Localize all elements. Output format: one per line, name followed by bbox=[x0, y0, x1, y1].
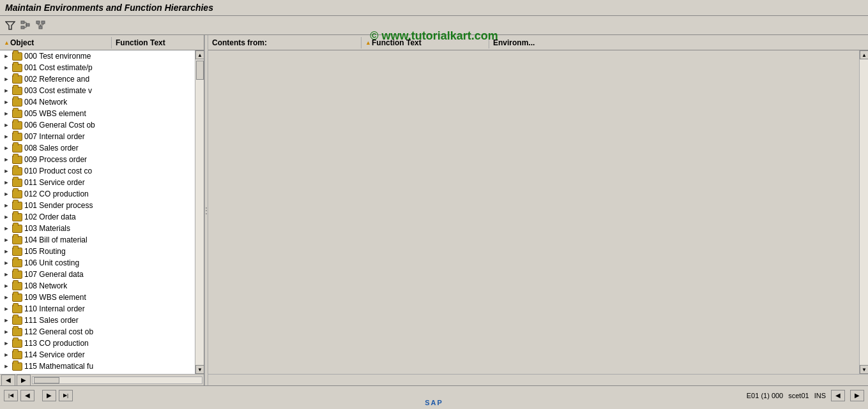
folder-icon-107 bbox=[12, 271, 22, 279]
tree-item-003[interactable]: ► 003 Cost estimate v bbox=[0, 85, 195, 96]
tree-item-114[interactable]: ► 114 Service order bbox=[0, 349, 195, 361]
tree-item-113[interactable]: ► 113 CO production bbox=[0, 338, 195, 349]
folder-icon-109 bbox=[12, 294, 22, 302]
left-panel-inner: ► 000 Test environme ► 001 Cost estimate… bbox=[0, 50, 204, 374]
tree-arrow-107: ► bbox=[3, 271, 10, 278]
status-arrow-right[interactable]: ▶ bbox=[850, 390, 864, 401]
tree-item-115[interactable]: ► 115 Mathematical fu bbox=[0, 361, 195, 372]
tree-item-108[interactable]: ► 108 Network bbox=[0, 280, 195, 292]
tree-arrow-103: ► bbox=[3, 225, 10, 232]
hierarchy2-icon[interactable] bbox=[34, 19, 47, 32]
tree-item-012[interactable]: ► 012 CO production bbox=[0, 188, 195, 200]
session-info: E01 (1) 000 bbox=[747, 392, 783, 399]
tree-arrow-114: ► bbox=[3, 351, 10, 359]
svg-rect-3 bbox=[26, 24, 29, 26]
tree-scroll-wrapper: ► 000 Test environme ► 001 Cost estimate… bbox=[0, 50, 195, 374]
first-page-btn[interactable]: |◀ bbox=[4, 390, 18, 401]
tree-item-011[interactable]: ► 011 Service order bbox=[0, 177, 195, 188]
item-label-106: 106 Unit costing bbox=[24, 258, 79, 267]
right-scroll-down-btn[interactable]: ▼ bbox=[860, 365, 868, 374]
tree-arrow-111: ► bbox=[3, 316, 10, 324]
folder-icon-115 bbox=[12, 362, 22, 371]
right-hscrollbar[interactable] bbox=[208, 374, 868, 385]
tree-item-007[interactable]: ► 007 Internal order bbox=[0, 131, 195, 142]
tree-item-102[interactable]: ► 102 Order data bbox=[0, 211, 195, 223]
right-scroll-up-btn[interactable]: ▲ bbox=[860, 50, 868, 59]
folder-icon-112 bbox=[12, 328, 22, 336]
item-label-003: 003 Cost estimate v bbox=[24, 86, 92, 95]
tree-item-103[interactable]: ► 103 Materials bbox=[0, 223, 195, 234]
tree-item-112[interactable]: ► 112 General cost ob bbox=[0, 326, 195, 338]
item-label-012: 012 CO production bbox=[24, 190, 89, 198]
tree-item-109[interactable]: ► 109 WBS element bbox=[0, 292, 195, 303]
tree-item-105[interactable]: ► 105 Routing bbox=[0, 246, 195, 257]
tree-item-107[interactable]: ► 107 General data bbox=[0, 269, 195, 280]
tree-item-008[interactable]: ► 008 Sales order bbox=[0, 142, 195, 154]
scroll-left-btn[interactable]: ◀ bbox=[1, 375, 15, 386]
svg-rect-9 bbox=[42, 21, 45, 24]
scroll-down-btn[interactable]: ▼ bbox=[195, 365, 204, 374]
col-object-header[interactable]: ▲ Object bbox=[0, 37, 112, 48]
folder-icon-111 bbox=[12, 316, 22, 325]
left-panel: ▲ Object Function Text ► 000 Test enviro… bbox=[0, 35, 204, 385]
folder-icon-106 bbox=[12, 259, 22, 267]
status-bar: |◀ ◀ ▶ ▶| SAP E01 (1) 000 scet01 INS ◀ ▶ bbox=[0, 385, 868, 405]
tree-item-111[interactable]: ► 111 Sales order bbox=[0, 315, 195, 326]
scroll-right-btn[interactable]: ▶ bbox=[17, 375, 31, 386]
folder-icon-012 bbox=[12, 190, 22, 198]
right-scrollbar[interactable]: ▲ ▼ bbox=[859, 50, 868, 374]
item-label-115: 115 Mathematical fu bbox=[24, 362, 93, 371]
scroll-thumb[interactable] bbox=[196, 61, 204, 80]
tree-arrow-012: ► bbox=[3, 190, 10, 198]
tree-item-000[interactable]: ► 000 Test environme bbox=[0, 50, 195, 62]
tree-arrow-110: ► bbox=[3, 305, 10, 313]
folder-icon-103 bbox=[12, 225, 22, 233]
last-page-btn[interactable]: ▶| bbox=[59, 390, 73, 401]
left-hscrollbar[interactable]: ◀ ▶ bbox=[0, 374, 204, 385]
main-content: ▲ Object Function Text ► 000 Test enviro… bbox=[0, 35, 868, 385]
right-panel-header: Contents from: ▲ Function Text Environm.… bbox=[208, 35, 868, 50]
tree-arrow-101: ► bbox=[3, 202, 10, 209]
tree-container[interactable]: ► 000 Test environme ► 001 Cost estimate… bbox=[0, 50, 195, 374]
col-function-header[interactable]: Function Text bbox=[112, 37, 204, 48]
item-label-107: 107 General data bbox=[24, 270, 84, 279]
prev-btn[interactable]: ◀ bbox=[20, 390, 34, 401]
folder-icon-002 bbox=[12, 75, 22, 84]
tree-item-004[interactable]: ► 004 Network bbox=[0, 96, 195, 108]
folder-icon-001 bbox=[12, 64, 22, 72]
h-scroll-thumb[interactable] bbox=[34, 377, 59, 383]
col-function-right-header: ▲ Function Text bbox=[362, 37, 489, 48]
right-scroll-track[interactable] bbox=[860, 59, 868, 365]
h-scroll-track[interactable] bbox=[32, 376, 202, 384]
left-panel-header: ▲ Object Function Text bbox=[0, 35, 204, 50]
tree-item-005[interactable]: ► 005 WBS element bbox=[0, 108, 195, 119]
sort-icon-object: ▲ bbox=[4, 40, 9, 46]
folder-icon-102 bbox=[12, 213, 22, 221]
col-environ-header: Environm... bbox=[489, 37, 859, 48]
tree-arrow-109: ► bbox=[3, 294, 10, 301]
item-label-007: 007 Internal order bbox=[24, 132, 85, 141]
item-label-111: 111 Sales order bbox=[24, 316, 79, 325]
tree-item-104[interactable]: ► 104 Bill of material bbox=[0, 234, 195, 246]
tree-arrow-102: ► bbox=[3, 213, 10, 221]
tree-item-006[interactable]: ► 006 General Cost ob bbox=[0, 119, 195, 131]
tree-item-001[interactable]: ► 001 Cost estimate/p bbox=[0, 62, 195, 73]
item-label-000: 000 Test environme bbox=[24, 52, 91, 61]
scroll-up-btn[interactable]: ▲ bbox=[195, 50, 204, 59]
svg-rect-10 bbox=[39, 26, 42, 29]
next-btn[interactable]: ▶ bbox=[42, 390, 56, 401]
client-info: scet01 bbox=[788, 392, 809, 399]
folder-icon-105 bbox=[12, 248, 22, 256]
tree-item-009[interactable]: ► 009 Process order bbox=[0, 154, 195, 165]
tree-item-110[interactable]: ► 110 Internal order bbox=[0, 303, 195, 315]
status-arrow-left[interactable]: ◀ bbox=[831, 390, 845, 401]
tree-arrow-002: ► bbox=[3, 75, 10, 83]
bottom-left: |◀ ◀ ▶ ▶| bbox=[4, 390, 73, 401]
item-label-114: 114 Service order bbox=[24, 350, 85, 359]
tree-item-106[interactable]: ► 106 Unit costing bbox=[0, 257, 195, 269]
filter-icon[interactable] bbox=[4, 19, 17, 32]
tree-item-101[interactable]: ► 101 Sender process bbox=[0, 200, 195, 211]
hierarchy1-icon[interactable] bbox=[19, 19, 32, 32]
tree-item-002[interactable]: ► 002 Reference and bbox=[0, 73, 195, 85]
tree-item-010[interactable]: ► 010 Product cost co bbox=[0, 165, 195, 177]
